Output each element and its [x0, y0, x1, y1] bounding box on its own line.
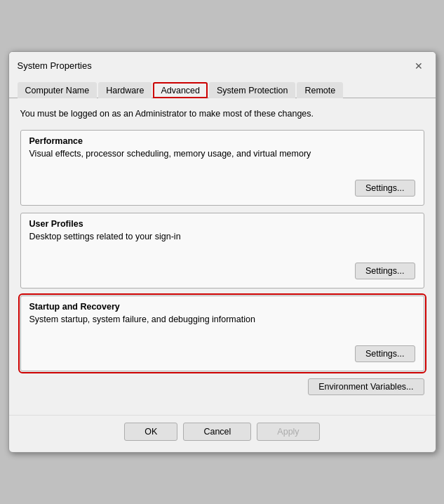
performance-btn-row: Settings...	[29, 180, 415, 197]
admin-notice: You must be logged on as an Administrato…	[20, 108, 424, 121]
tab-hardware[interactable]: Hardware	[98, 82, 152, 98]
user-profiles-desc: Desktop settings related to your sign-in	[29, 232, 415, 241]
startup-recovery-title: Startup and Recovery	[29, 302, 415, 312]
performance-settings-button[interactable]: Settings...	[355, 180, 415, 197]
user-profiles-title: User Profiles	[29, 219, 415, 229]
startup-recovery-section: Startup and Recovery System startup, sys…	[20, 296, 424, 371]
startup-recovery-settings-button[interactable]: Settings...	[355, 345, 415, 362]
apply-button[interactable]: Apply	[257, 423, 319, 441]
title-bar: System Properties ✕	[9, 52, 436, 74]
user-profiles-btn-row: Settings...	[29, 263, 415, 279]
user-profiles-section: User Profiles Desktop settings related t…	[20, 213, 424, 289]
user-profiles-settings-button[interactable]: Settings...	[355, 263, 415, 279]
close-button[interactable]: ✕	[410, 58, 427, 74]
startup-recovery-desc: System startup, system failure, and debu…	[29, 314, 415, 324]
performance-section: Performance Visual effects, processor sc…	[20, 130, 424, 206]
startup-recovery-btn-row: Settings...	[29, 345, 415, 362]
tab-computer-name[interactable]: Computer Name	[18, 82, 97, 98]
footer: OK Cancel Apply	[9, 415, 436, 452]
performance-desc: Visual effects, processor scheduling, me…	[29, 149, 415, 159]
tab-system-protection[interactable]: System Protection	[209, 82, 295, 98]
cancel-button[interactable]: Cancel	[183, 423, 251, 441]
system-properties-window: System Properties ✕ Computer Name Hardwa…	[8, 51, 436, 453]
window-title: System Properties	[18, 60, 92, 71]
tab-remote[interactable]: Remote	[297, 82, 343, 98]
performance-title: Performance	[29, 136, 415, 146]
tab-advanced[interactable]: Advanced	[153, 82, 208, 98]
environment-variables-button[interactable]: Environment Variables...	[308, 378, 424, 395]
ok-button[interactable]: OK	[124, 423, 177, 441]
env-variables-row: Environment Variables...	[20, 378, 424, 395]
content-area: You must be logged on as an Administrato…	[9, 98, 436, 413]
tabs-container: Computer Name Hardware Advanced System P…	[9, 77, 436, 98]
